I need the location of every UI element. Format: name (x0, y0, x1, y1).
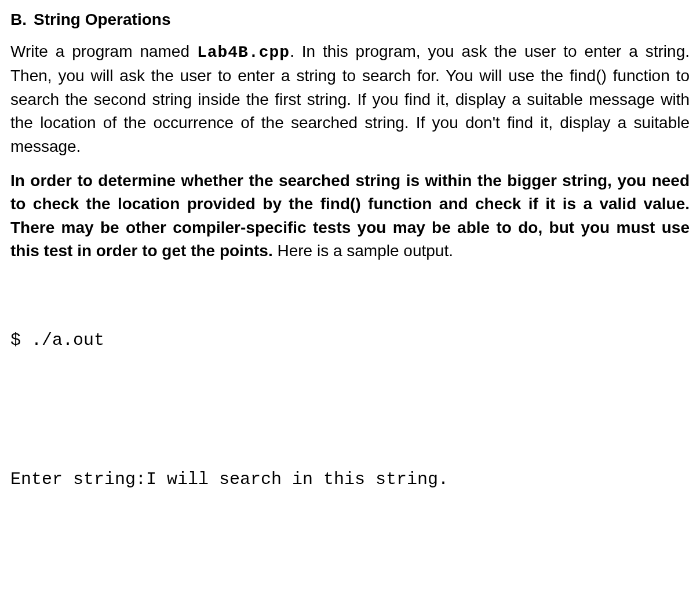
assignment-section: B. String Operations Write a program nam… (10, 8, 690, 597)
section-title: String Operations (34, 8, 690, 32)
program-filename: Lab4B.cpp (197, 43, 290, 61)
section-letter: B. (10, 8, 34, 32)
instructions-paragraph-2: In order to determine whether the search… (10, 169, 690, 263)
blank-line (10, 538, 690, 560)
para1-lead: Write a program named (10, 42, 197, 60)
para2-trailing: Here is a sample output. (273, 242, 453, 260)
section-heading: B. String Operations (10, 8, 690, 32)
terminal-line: Enter string:I will search in this strin… (10, 468, 690, 492)
sample-output: $ ./a.out Enter string:I will search in … (10, 282, 690, 597)
terminal-line: $ ./a.out (10, 329, 690, 352)
instructions-paragraph-1: Write a program named Lab4B.cpp. In this… (10, 40, 690, 159)
blank-line (10, 399, 690, 421)
